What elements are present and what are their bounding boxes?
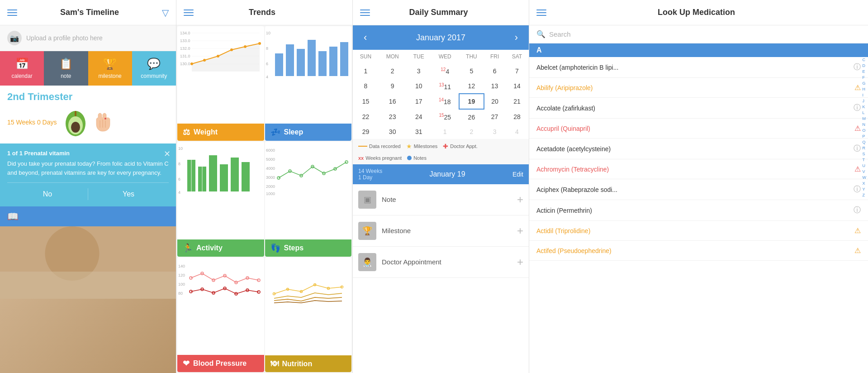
calendar-day[interactable]: 6 bbox=[484, 63, 505, 79]
alpha-sidebar-q[interactable]: Q bbox=[862, 139, 868, 145]
filter-icon[interactable]: ▽ bbox=[162, 7, 169, 18]
alpha-sidebar-a[interactable]: A bbox=[862, 45, 868, 51]
calendar-day[interactable]: 1525 bbox=[431, 109, 459, 124]
alpha-sidebar-h[interactable]: H bbox=[862, 86, 868, 92]
alpha-sidebar-m[interactable]: M bbox=[862, 116, 868, 121]
day-item-note[interactable]: ▣ Note + bbox=[353, 184, 529, 215]
calendar-day[interactable]: 5 bbox=[459, 63, 484, 79]
alpha-sidebar-t[interactable]: T bbox=[862, 157, 868, 163]
medication-list-item[interactable]: Achromycin (Tetracycline)⚠ bbox=[529, 159, 868, 179]
calendar-day[interactable]: 29 bbox=[353, 124, 379, 139]
shortcut-community[interactable]: 💬 community bbox=[132, 51, 176, 86]
day-edit-button[interactable]: Edit bbox=[512, 171, 523, 178]
calendar-day[interactable]: 8 bbox=[353, 79, 379, 94]
alpha-sidebar-d[interactable]: D bbox=[862, 63, 868, 68]
alpha-sidebar-z[interactable]: Z bbox=[862, 192, 868, 198]
alpha-sidebar-f[interactable]: F bbox=[862, 75, 868, 80]
calendar-day[interactable]: 13 bbox=[484, 79, 505, 94]
alpha-sidebar-w[interactable]: W bbox=[862, 175, 868, 180]
alpha-sidebar-x[interactable]: X bbox=[862, 181, 868, 186]
alpha-sidebar-p[interactable]: P bbox=[862, 134, 868, 139]
medication-list-item[interactable]: Acticin (Permethrin)ⓘ bbox=[529, 200, 868, 221]
trend-card-weight[interactable]: 134.0 133.0 132.0 131.0 130.0 bbox=[177, 26, 264, 141]
calendar-day[interactable]: 16 bbox=[379, 94, 406, 109]
alpha-sidebar-i[interactable]: I bbox=[862, 92, 868, 98]
alpha-sidebar-c[interactable]: C bbox=[862, 57, 868, 62]
calendar-day[interactable]: 30 bbox=[379, 124, 406, 139]
day-item-doctor[interactable]: 👨‍⚕️ Doctor Appointment + bbox=[353, 247, 529, 278]
calendar-day[interactable]: 2 bbox=[379, 63, 406, 79]
calendar-day[interactable]: 9 bbox=[379, 79, 406, 94]
calendar-day[interactable]: 124 bbox=[431, 63, 459, 79]
calendar-day[interactable]: 14 bbox=[505, 79, 529, 94]
book-bar[interactable]: 📖 bbox=[0, 206, 176, 226]
medication-list-item[interactable]: Actidil (Triprolidine)⚠ bbox=[529, 221, 868, 241]
medication-list-item[interactable]: Aciphex (Rabeprazole sodi...ⓘ bbox=[529, 179, 868, 200]
note-add-button[interactable]: + bbox=[517, 193, 523, 206]
timeline-menu-icon[interactable] bbox=[7, 10, 17, 16]
alpha-sidebar-y[interactable]: Y bbox=[862, 186, 868, 192]
shortcut-note[interactable]: 📋 note bbox=[44, 51, 88, 86]
doctor-add-button[interactable]: + bbox=[517, 256, 523, 268]
vitamin-close-button[interactable]: ✕ bbox=[164, 149, 171, 159]
search-input[interactable] bbox=[549, 30, 861, 38]
trend-card-nutrition[interactable]: 🍽 Nutrition bbox=[265, 258, 352, 372]
alpha-sidebar-r[interactable]: R bbox=[862, 145, 868, 151]
prev-month-button[interactable]: ‹ bbox=[360, 30, 370, 45]
trends-menu-icon[interactable] bbox=[184, 10, 194, 16]
shortcut-calendar[interactable]: 📅 calendar bbox=[0, 51, 44, 86]
calendar-day[interactable]: 1 bbox=[353, 63, 379, 79]
daily-menu-icon[interactable] bbox=[360, 10, 370, 16]
calendar-day[interactable]: 19 bbox=[459, 94, 484, 109]
calendar-day[interactable]: 1311 bbox=[431, 79, 459, 94]
trend-card-bp[interactable]: 140 120 100 80 bbox=[177, 258, 264, 372]
calendar-day[interactable]: 31 bbox=[406, 124, 431, 139]
calendar-day[interactable]: 12 bbox=[459, 79, 484, 94]
medication-list-item[interactable]: Acetadote (acetylcysteine)ⓘ bbox=[529, 139, 868, 159]
medication-list-item[interactable]: Abelcet (amphotericin B lipi...ⓘ bbox=[529, 57, 868, 78]
calendar-day[interactable]: 22 bbox=[353, 109, 379, 124]
alpha-sidebar-o[interactable]: O bbox=[862, 128, 868, 133]
calendar-day[interactable]: 4 bbox=[505, 124, 529, 139]
alpha-sidebar-k[interactable]: K bbox=[862, 104, 868, 110]
trend-card-steps[interactable]: 6000 5000 4000 3000 2000 1000 bbox=[265, 142, 352, 256]
shortcut-milestone[interactable]: 🏆 milestone bbox=[88, 51, 132, 86]
alpha-sidebar-j[interactable]: J bbox=[862, 98, 868, 104]
alpha-sidebar-g[interactable]: G bbox=[862, 81, 868, 86]
calendar-day[interactable]: 20 bbox=[484, 94, 505, 109]
medication-list-item[interactable]: Accolate (zafirlukast)ⓘ bbox=[529, 98, 868, 119]
calendar-day[interactable]: 3 bbox=[484, 124, 505, 139]
alpha-sidebar-u[interactable]: U bbox=[862, 163, 868, 168]
calendar-day[interactable]: 23 bbox=[379, 109, 406, 124]
calendar-day[interactable]: 26 bbox=[459, 109, 484, 124]
calendar-day[interactable]: 15 bbox=[353, 94, 379, 109]
calendar-day[interactable]: 3 bbox=[406, 63, 431, 79]
medication-list-item[interactable]: Abilify (Aripiprazole)⚠ bbox=[529, 78, 868, 98]
milestone-add-button[interactable]: + bbox=[517, 225, 523, 237]
trend-card-sleep[interactable]: 10 8 6 4 💤 Sleep bbox=[265, 26, 352, 141]
calendar-day[interactable]: 2 bbox=[459, 124, 484, 139]
calendar-day[interactable]: 28 bbox=[505, 109, 529, 124]
alpha-sidebar-s[interactable]: S bbox=[862, 151, 868, 157]
calendar-day[interactable]: 17 bbox=[406, 94, 431, 109]
medication-list-item[interactable]: Actifed (Pseudoephedrine)⚠ bbox=[529, 241, 868, 261]
alpha-sidebar-n[interactable]: N bbox=[862, 122, 868, 127]
next-month-button[interactable]: › bbox=[511, 30, 522, 45]
calendar-day[interactable]: 1 bbox=[431, 124, 459, 139]
medication-menu-icon[interactable] bbox=[536, 10, 546, 16]
calendar-day[interactable]: 21 bbox=[505, 94, 529, 109]
medication-list-item[interactable]: Accupril (Quinapril)⚠ bbox=[529, 119, 868, 139]
vitamin-yes-button[interactable]: Yes bbox=[88, 188, 169, 200]
calendar-day[interactable]: 7 bbox=[505, 63, 529, 79]
vitamin-no-button[interactable]: No bbox=[7, 188, 88, 200]
calendar-day[interactable]: 24 bbox=[406, 109, 431, 124]
alpha-sidebar-b[interactable]: B bbox=[862, 51, 868, 57]
day-item-milestone[interactable]: 🏆 Milestone + bbox=[353, 215, 529, 247]
alpha-sidebar-l[interactable]: L bbox=[862, 110, 868, 115]
alpha-sidebar-e[interactable]: E bbox=[862, 69, 868, 74]
upload-photo-bar[interactable]: 📷 Upload a profile photo here bbox=[0, 25, 176, 51]
calendar-day[interactable]: 1418 bbox=[431, 94, 459, 109]
calendar-day[interactable]: 27 bbox=[484, 109, 505, 124]
alpha-sidebar-v[interactable]: V bbox=[862, 169, 868, 174]
trend-card-activity[interactable]: 10 8 6 4 🏃 Activity bbox=[177, 142, 264, 256]
